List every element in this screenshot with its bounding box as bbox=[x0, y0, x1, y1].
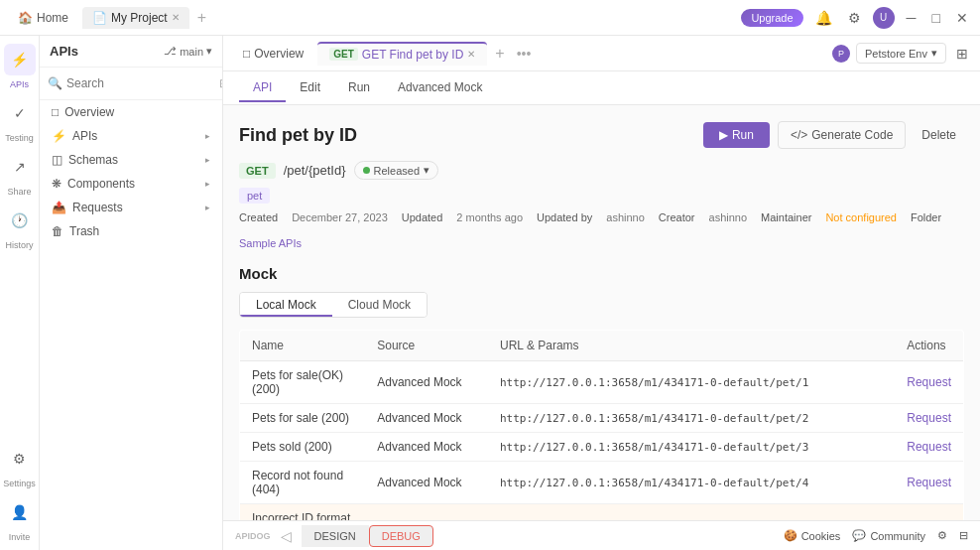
nav-item-requests[interactable]: 📤 Requests ▸ bbox=[40, 196, 222, 219]
cell-action[interactable]: Request bbox=[895, 504, 963, 521]
tab-edit[interactable]: Edit bbox=[286, 74, 334, 102]
tab-overview[interactable]: □ Overview bbox=[231, 43, 315, 65]
created-label: Created bbox=[239, 211, 278, 223]
cloud-mock-tab[interactable]: Cloud Mock bbox=[332, 293, 427, 317]
project-close-icon[interactable]: ✕ bbox=[172, 12, 180, 23]
add-content-tab-button[interactable]: + bbox=[489, 45, 510, 63]
request-link[interactable]: Request bbox=[907, 411, 951, 425]
content-tab-right: P Petstore Env ▾ ⊞ bbox=[832, 43, 972, 64]
tab-run[interactable]: Run bbox=[334, 74, 384, 102]
bottom-settings-icon[interactable]: ⚙ bbox=[937, 529, 947, 542]
apis-nav-icon: ⚡ bbox=[52, 129, 66, 143]
nav-panel: APIs ⎇ main ▾ 🔍 ⊟ + □ Overview ⚡ APIs ▸ … bbox=[40, 36, 223, 550]
minimize-icon[interactable]: ─ bbox=[903, 8, 920, 28]
more-tabs-icon[interactable]: ••• bbox=[513, 46, 536, 62]
api-actions: ▶ Run </> Generate Code Delete bbox=[703, 121, 964, 149]
settings-bottom-icon: ⚙ bbox=[937, 529, 947, 542]
search-icon: 🔍 bbox=[48, 76, 62, 90]
home-tab[interactable]: 🏠 Home bbox=[8, 7, 78, 29]
avatar[interactable]: U bbox=[873, 7, 895, 29]
table-row: Pets for sale(OK) (200) Advanced Mock ht… bbox=[240, 361, 964, 404]
cell-name: Pets for sale (200) bbox=[240, 404, 366, 433]
add-tab-button[interactable]: + bbox=[193, 9, 210, 27]
sidebar-item-testing[interactable]: ✓ bbox=[4, 97, 36, 129]
sidebar-item-share[interactable]: ↗ bbox=[4, 151, 36, 183]
nav-apis-label: APIs bbox=[72, 129, 97, 143]
creator-label: Creator bbox=[659, 211, 695, 223]
api-title: Find pet by ID bbox=[239, 125, 357, 146]
status-label: Released bbox=[374, 165, 420, 177]
table-row: Pets for sale (200) Advanced Mock http:/… bbox=[240, 404, 964, 433]
run-button[interactable]: ▶ Run bbox=[703, 122, 770, 148]
branch-selector[interactable]: ⎇ main ▾ bbox=[164, 45, 212, 58]
overview-tab-icon: □ bbox=[243, 47, 250, 61]
search-input[interactable] bbox=[66, 76, 215, 90]
bottom-left: APIDOG ◁ DESIGN DEBUG bbox=[235, 525, 433, 547]
tab-advanced-mock[interactable]: Advanced Mock bbox=[384, 74, 496, 102]
layout-icon[interactable]: ⊞ bbox=[952, 44, 972, 64]
icon-sidebar: ⚡ APIs ✓ Testing ↗ Share 🕐 History ⚙ Set… bbox=[0, 36, 40, 550]
collapse-sidebar-icon[interactable]: ◁ bbox=[281, 528, 292, 544]
sidebar-item-settings[interactable]: ⚙ bbox=[4, 443, 36, 475]
cell-action[interactable]: Request bbox=[895, 433, 963, 462]
sidebar-item-invite[interactable]: 👤 bbox=[4, 496, 36, 528]
cell-url: http://127.0.0.1:3658/m1/434171-0-defaul… bbox=[488, 462, 895, 504]
content-top-tabs: □ Overview GET GET Find pet by ID ✕ + ••… bbox=[223, 36, 980, 71]
testing-icon: ✓ bbox=[14, 105, 26, 121]
sidebar-item-apis[interactable]: ⚡ bbox=[4, 44, 36, 75]
table-row: Incorrect ID format (400) Advanced Mock … bbox=[240, 504, 964, 521]
overview-tab-label: Overview bbox=[254, 47, 304, 61]
chevron-status-icon: ▾ bbox=[424, 164, 429, 177]
upgrade-button[interactable]: Upgrade bbox=[741, 9, 802, 27]
api-tabs: API Edit Run Advanced Mock bbox=[223, 71, 980, 105]
close-icon[interactable]: ✕ bbox=[952, 8, 972, 28]
history-icon: 🕐 bbox=[11, 212, 28, 228]
nav-search-bar: 🔍 ⊟ + bbox=[40, 68, 222, 100]
invite-icon: 👤 bbox=[11, 504, 28, 520]
community-button[interactable]: 💬 Community bbox=[852, 529, 925, 542]
sidebar-item-history[interactable]: 🕐 bbox=[4, 205, 36, 236]
nav-item-schemas[interactable]: ◫ Schemas ▸ bbox=[40, 148, 222, 172]
col-actions: Actions bbox=[895, 331, 963, 361]
bottom-icon4[interactable]: ⊟ bbox=[959, 529, 968, 542]
tab-find-pet[interactable]: GET GET Find pet by ID ✕ bbox=[317, 42, 487, 66]
status-badge[interactable]: Released ▾ bbox=[354, 161, 438, 180]
local-mock-tab[interactable]: Local Mock bbox=[240, 293, 332, 317]
settings-icon: ⚙ bbox=[13, 451, 26, 467]
cell-action[interactable]: Request bbox=[895, 462, 963, 504]
nav-trash-label: Trash bbox=[69, 224, 99, 238]
cell-url: http://127.0.0.1:3658/m1/434171-0-defaul… bbox=[488, 404, 895, 433]
request-link[interactable]: Request bbox=[907, 375, 951, 389]
generate-label: Generate Code bbox=[811, 128, 893, 142]
mock-table: Name Source URL & Params Actions Pets fo… bbox=[239, 330, 964, 520]
delete-button[interactable]: Delete bbox=[914, 122, 964, 148]
requests-icon: 📤 bbox=[52, 201, 66, 214]
request-link[interactable]: Request bbox=[907, 440, 951, 454]
maximize-icon[interactable]: □ bbox=[928, 8, 944, 28]
project-tab[interactable]: 📄 My Project ✕ bbox=[82, 7, 189, 29]
gear-icon[interactable]: ⚙ bbox=[844, 8, 865, 28]
nav-item-components[interactable]: ❋ Components ▸ bbox=[40, 172, 222, 196]
tab-close-icon[interactable]: ✕ bbox=[467, 49, 475, 60]
env-indicator: P bbox=[832, 45, 850, 63]
env-selector[interactable]: Petstore Env ▾ bbox=[856, 43, 946, 64]
bell-icon[interactable]: 🔔 bbox=[811, 8, 836, 28]
request-link[interactable]: Request bbox=[907, 476, 951, 489]
updated-by: ashinno bbox=[606, 211, 645, 223]
cell-action[interactable]: Request bbox=[895, 361, 963, 404]
nav-item-overview[interactable]: □ Overview bbox=[40, 100, 222, 124]
nav-item-apis[interactable]: ⚡ APIs ▸ bbox=[40, 124, 222, 148]
branch-label: main bbox=[180, 46, 203, 58]
cookies-button[interactable]: 🍪 Cookies bbox=[784, 529, 841, 542]
nav-item-trash[interactable]: 🗑 Trash bbox=[40, 219, 222, 243]
tag-container: pet bbox=[239, 188, 964, 211]
debug-tab[interactable]: DEBUG bbox=[369, 525, 433, 547]
generate-code-button[interactable]: </> Generate Code bbox=[778, 121, 906, 149]
share-label: Share bbox=[7, 187, 31, 197]
api-title-row: Find pet by ID ▶ Run </> Generate Code D… bbox=[239, 121, 964, 149]
design-tab[interactable]: DESIGN bbox=[302, 525, 369, 547]
cell-url: http://127.0.0.1:3658/m1/434171-0-defaul… bbox=[488, 504, 895, 521]
tab-api[interactable]: API bbox=[239, 74, 286, 102]
cell-action[interactable]: Request bbox=[895, 404, 963, 433]
folder-value[interactable]: Sample APIs bbox=[239, 237, 302, 249]
